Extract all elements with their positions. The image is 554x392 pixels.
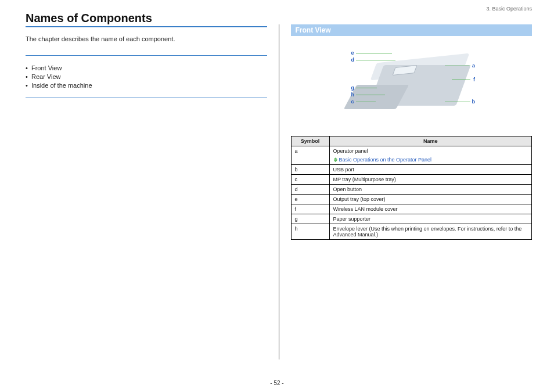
title-rule bbox=[26, 26, 267, 27]
cell-symbol: e bbox=[291, 195, 329, 204]
front-view-figure: e d a f g h c b bbox=[291, 42, 533, 129]
cell-name-text: Operator panel bbox=[333, 148, 368, 154]
cell-name: Open button bbox=[329, 185, 532, 195]
components-table: Symbol Name a Operator panel ⌀Basic Oper… bbox=[291, 136, 533, 240]
cross-ref-link[interactable]: ⌀Basic Operations on the Operator Panel bbox=[333, 156, 528, 163]
cell-name: MP tray (Multipurpose tray) bbox=[329, 175, 532, 185]
cross-ref-text: Basic Operations on the Operator Panel bbox=[339, 157, 432, 163]
link-icon: ⌀ bbox=[332, 156, 339, 163]
cell-name: Wireless LAN module cover bbox=[329, 204, 532, 214]
cell-symbol: g bbox=[291, 214, 329, 224]
toc-bottom-rule bbox=[26, 98, 267, 98]
cell-name: USB port bbox=[329, 165, 532, 175]
left-column: Names of Components The chapter describe… bbox=[26, 12, 279, 386]
cell-symbol: d bbox=[291, 185, 329, 195]
page-number: - 52 - bbox=[0, 380, 554, 386]
col-header-name: Name bbox=[329, 136, 532, 146]
table-row: e Output tray (top cover) bbox=[291, 195, 532, 204]
cell-symbol: f bbox=[291, 204, 329, 214]
label-g: g bbox=[351, 85, 355, 91]
intro-text: The chapter describes the name of each c… bbox=[26, 35, 267, 42]
toc-item[interactable]: • Rear View bbox=[26, 73, 267, 80]
col-header-symbol: Symbol bbox=[291, 136, 329, 146]
right-column: Front View e d a f g h c b bbox=[279, 12, 533, 386]
label-a: a bbox=[472, 63, 475, 69]
label-h: h bbox=[351, 92, 355, 98]
cell-symbol: a bbox=[291, 146, 329, 165]
table-row: f Wireless LAN module cover bbox=[291, 204, 532, 214]
toc-item-label: Rear View bbox=[31, 73, 61, 80]
cell-name: Paper supporter bbox=[329, 214, 532, 224]
cell-symbol: b bbox=[291, 165, 329, 175]
page-title: Names of Components bbox=[26, 12, 267, 25]
label-d: d bbox=[351, 57, 355, 63]
cell-name: Output tray (top cover) bbox=[329, 195, 532, 204]
toc-item[interactable]: • Inside of the machine bbox=[26, 82, 267, 89]
page-body: Names of Components The chapter describe… bbox=[0, 0, 554, 392]
label-e: e bbox=[351, 50, 354, 56]
table-row: c MP tray (Multipurpose tray) bbox=[291, 175, 532, 185]
label-c: c bbox=[351, 99, 354, 105]
toc-top-rule bbox=[26, 55, 267, 56]
cell-name: Envelope lever (Use this when printing o… bbox=[329, 224, 532, 240]
label-b: b bbox=[472, 99, 476, 105]
printer-illustration bbox=[344, 53, 478, 117]
table-row: g Paper supporter bbox=[291, 214, 532, 224]
cell-symbol: c bbox=[291, 175, 329, 185]
cell-name: Operator panel ⌀Basic Operations on the … bbox=[329, 146, 532, 165]
table-row: h Envelope lever (Use this when printing… bbox=[291, 224, 532, 240]
toc-item-label: Inside of the machine bbox=[31, 82, 92, 89]
label-f: f bbox=[473, 77, 475, 82]
toc-list: • Front View • Rear View • Inside of the… bbox=[26, 58, 267, 95]
section-heading: Front View bbox=[291, 24, 533, 36]
table-row: a Operator panel ⌀Basic Operations on th… bbox=[291, 146, 532, 165]
breadcrumb: 3. Basic Operations bbox=[486, 6, 532, 12]
table-row: d Open button bbox=[291, 185, 532, 195]
toc-item-label: Front View bbox=[31, 64, 62, 71]
toc-item[interactable]: • Front View bbox=[26, 64, 267, 71]
table-row: b USB port bbox=[291, 165, 532, 175]
cell-symbol: h bbox=[291, 224, 329, 240]
